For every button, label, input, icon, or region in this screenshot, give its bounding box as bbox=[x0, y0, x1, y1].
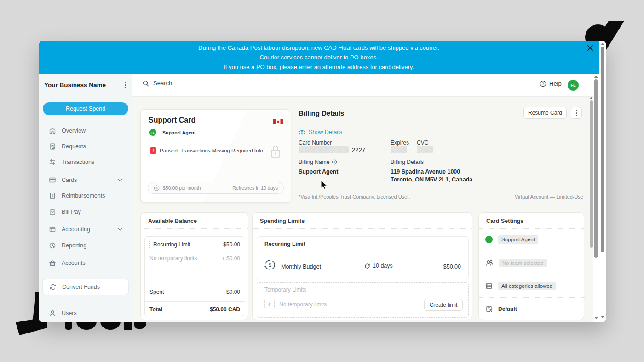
profile-label: Default bbox=[498, 306, 517, 312]
setting-row-profile[interactable]: Default bbox=[479, 297, 585, 320]
app-scrollbar-thumb[interactable] bbox=[594, 79, 598, 258]
sidebar-item-label: Transactions bbox=[62, 159, 94, 165]
budget-amount-text: $50.00 per month bbox=[163, 185, 201, 191]
billing-name-label: Billing Name bbox=[299, 159, 329, 165]
sidebar-item-label: Bill Pay bbox=[62, 209, 81, 215]
masked-card-number bbox=[299, 146, 349, 153]
create-limit-button[interactable]: Create limit bbox=[424, 299, 463, 311]
sidebar-item-users[interactable]: Users bbox=[42, 306, 129, 320]
available-balance-panel: Available Balance Recurring Limit $50.00… bbox=[140, 212, 248, 320]
search-input[interactable] bbox=[153, 80, 291, 87]
modal-scrollbar-thumb[interactable] bbox=[601, 47, 604, 252]
main-content: Support Card FL Support Agent ! Paused: … bbox=[132, 97, 599, 322]
coin-icon: $ bbox=[154, 185, 160, 191]
card-status-text: Paused: Transactions Missing Required In… bbox=[160, 148, 263, 153]
team-chip: No team selected bbox=[499, 259, 547, 267]
sidebar-item-accounts[interactable]: Accounts bbox=[42, 256, 129, 270]
sidebar-item-label: Requests bbox=[62, 143, 86, 150]
resume-card-button[interactable]: Resume Card bbox=[523, 107, 567, 119]
budget-name: Monthly Budget bbox=[281, 263, 321, 270]
show-details-label: Show Details bbox=[309, 129, 342, 135]
member-avatar bbox=[485, 236, 493, 243]
scroll-up-icon[interactable] bbox=[594, 76, 598, 78]
scroll-down-icon[interactable] bbox=[601, 316, 604, 318]
card-actions-menu-icon[interactable] bbox=[571, 107, 582, 119]
recurring-limit-value: $50.00 bbox=[223, 241, 240, 248]
sidebar-item-label: Users bbox=[62, 310, 77, 316]
account-type-text: Virtual Account — Limited-Use bbox=[515, 194, 583, 199]
total-value: $50.00 CAD bbox=[210, 306, 240, 313]
scroll-up-icon[interactable] bbox=[590, 97, 592, 99]
topbar: ? Help FL bbox=[132, 74, 599, 97]
accounting-icon bbox=[49, 226, 56, 233]
billing-details-section: Billing Details Resume Card Show Details… bbox=[299, 104, 583, 205]
balance-breakdown: Recurring Limit $50.00 No temporary limi… bbox=[144, 236, 244, 316]
cardholder-row: FL Support Agent bbox=[150, 129, 196, 136]
content-scrollbar[interactable] bbox=[590, 97, 593, 319]
sidebar-item-accounting[interactable]: Accounting bbox=[42, 222, 129, 236]
temporary-limit-label: No temporary limits bbox=[150, 255, 197, 262]
masked-cvc bbox=[417, 146, 433, 153]
eye-icon bbox=[299, 130, 305, 135]
billing-address-line1: 119 Spadina Avenue 1000 bbox=[391, 169, 460, 175]
canada-flag-icon bbox=[273, 119, 283, 124]
temporary-limit-icon bbox=[264, 299, 275, 309]
temporary-limit-value: + $0.00 bbox=[222, 255, 240, 262]
sidebar-item-reimbursements[interactable]: Reimbursements bbox=[42, 189, 129, 203]
section-title: Billing Details bbox=[299, 109, 344, 117]
expires-label: Expires bbox=[391, 140, 409, 146]
sidebar-item-convert-funds[interactable]: Convert Funds bbox=[42, 279, 129, 295]
show-details-link[interactable]: Show Details bbox=[299, 129, 342, 135]
convert-funds-icon bbox=[49, 283, 57, 291]
temporary-empty-text: No temporary limits bbox=[279, 301, 327, 308]
request-spend-button[interactable]: Request Spend bbox=[43, 102, 128, 115]
recurring-limit-label: Recurring Limit bbox=[150, 241, 190, 248]
sidebar-item-transactions[interactable]: Transactions bbox=[42, 155, 129, 169]
sidebar-item-label: Convert Funds bbox=[62, 284, 100, 290]
temporary-limits-title: Temporary Limits bbox=[264, 286, 306, 293]
setting-row-team[interactable]: No team selected bbox=[479, 251, 585, 274]
card-settings-panel: Card Settings Support Agent No team sele… bbox=[478, 212, 584, 320]
card-last4: 2227 bbox=[352, 146, 365, 153]
help-icon: ? bbox=[540, 80, 546, 87]
billing-address-line2: Toronto, ON M5V 2L1, Canada bbox=[391, 176, 472, 183]
lock-icon bbox=[270, 145, 282, 158]
app-scrollbar[interactable] bbox=[593, 74, 599, 322]
sidebar-item-cards[interactable]: Cards bbox=[42, 173, 129, 187]
temporary-limits-box: Temporary Limits No temporary limits Cre… bbox=[257, 282, 469, 318]
budget-amount: $50.00 bbox=[443, 263, 461, 270]
help-button[interactable]: ? Help bbox=[540, 80, 562, 87]
sidebar-item-label: Overview bbox=[62, 128, 86, 134]
reimbursements-icon bbox=[49, 192, 56, 199]
setting-row-categories[interactable]: All categories allowed bbox=[479, 274, 585, 297]
card-number-label: Card Number bbox=[299, 140, 332, 146]
info-icon: i bbox=[332, 159, 337, 165]
spent-value: - $0.00 bbox=[223, 289, 240, 295]
cvc-label: CVC bbox=[417, 140, 428, 146]
close-icon[interactable] bbox=[585, 43, 595, 53]
sidebar-item-label: Reporting bbox=[62, 242, 86, 249]
profile-icon bbox=[485, 305, 493, 313]
content-scrollbar-thumb[interactable] bbox=[590, 100, 593, 248]
help-label: Help bbox=[549, 80, 562, 87]
sidebar-item-label: Reimbursements bbox=[62, 193, 105, 199]
modal-scroll-gutter bbox=[599, 41, 606, 322]
sidebar-item-requests[interactable]: Requests bbox=[42, 140, 129, 153]
sidebar-item-bill-pay[interactable]: Bill Pay bbox=[42, 205, 129, 219]
refresh-icon bbox=[364, 263, 370, 269]
scroll-up-icon[interactable] bbox=[601, 43, 604, 45]
cardholder-avatar: FL bbox=[150, 129, 156, 136]
card-title: Support Card bbox=[149, 116, 196, 124]
svg-text:i: i bbox=[334, 160, 335, 163]
cards-icon bbox=[49, 176, 56, 184]
user-avatar[interactable]: FL bbox=[568, 80, 579, 91]
mouse-cursor bbox=[321, 180, 328, 190]
issuer-footnote: *Visa Int./Peoples Trust Company, Licens… bbox=[299, 194, 410, 199]
scroll-down-icon[interactable] bbox=[594, 317, 598, 319]
sidebar-item-overview[interactable]: Overview bbox=[42, 124, 129, 138]
setting-row-cardholder[interactable]: Support Agent bbox=[479, 228, 585, 251]
sidebar-item-reporting[interactable]: Reporting bbox=[42, 239, 129, 252]
support-card-visual: Support Card FL Support Agent ! Paused: … bbox=[140, 109, 291, 203]
chevron-down-icon bbox=[118, 228, 122, 231]
business-menu-icon[interactable] bbox=[123, 80, 128, 90]
